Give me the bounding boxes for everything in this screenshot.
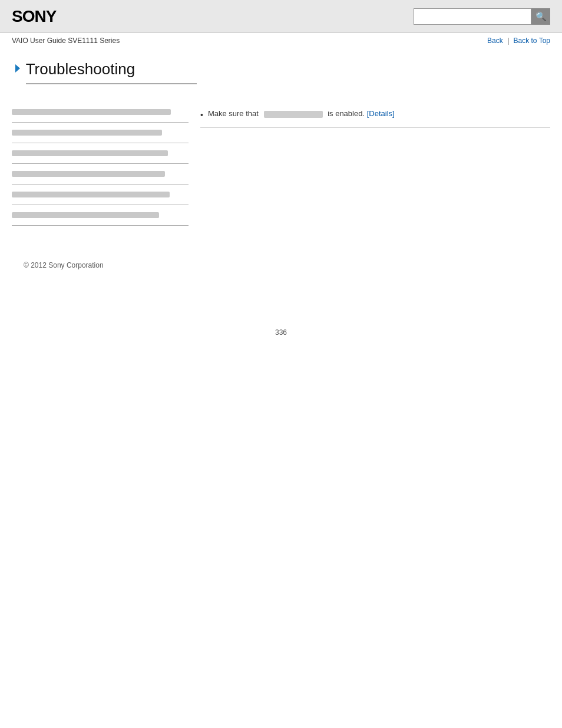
svg-marker-0 [15,64,20,73]
breadcrumb-bar: VAIO User Guide SVE1111 Series Back | Ba… [0,33,562,48]
back-link[interactable]: Back [487,37,503,45]
sidebar-link-6 [12,212,159,218]
sidebar-link-1 [12,109,171,115]
redacted-feature [264,111,323,118]
sidebar-item-4[interactable] [12,164,189,185]
details-link[interactable]: [Details] [367,109,395,118]
sidebar-link-2 [12,130,162,136]
sidebar-item-1[interactable] [12,102,189,123]
sidebar-item-5[interactable] [12,185,189,205]
search-input[interactable] [414,8,531,25]
page-number: 336 [0,328,562,348]
search-button[interactable]: 🔍 [531,8,550,25]
bullet-prefix: Make sure that [208,109,259,118]
sidebar [12,102,189,226]
bullet-suffix: is enabled. [328,109,365,118]
breadcrumb-nav: Back | Back to Top [487,37,550,45]
footer: © 2012 Sony Corporation [12,249,550,281]
page-title: Troubleshooting [26,60,197,84]
expand-icon-area[interactable] [12,62,24,74]
main-content: Troubleshooting [0,48,562,293]
sony-logo: SONY [12,7,56,26]
breadcrumb-guide-title: VAIO User Guide SVE1111 Series [12,37,120,45]
main-area: • Make sure that is enabled. [Details] [200,102,550,226]
page-header: SONY 🔍 [0,0,562,33]
search-icon: 🔍 [535,11,547,22]
bullet-item-1: • Make sure that is enabled. [Details] [200,108,550,121]
sidebar-link-3 [12,150,168,156]
back-to-top-link[interactable]: Back to Top [514,37,550,45]
sidebar-item-6[interactable] [12,205,189,226]
breadcrumb-separator: | [507,37,509,45]
content-layout: • Make sure that is enabled. [Details] [12,102,550,226]
search-area: 🔍 [414,8,550,25]
sidebar-link-5 [12,192,170,197]
bullet-text: Make sure that is enabled. [Details] [208,108,550,120]
sidebar-item-3[interactable] [12,143,189,164]
sidebar-item-2[interactable] [12,123,189,143]
bullet-section: • Make sure that is enabled. [Details] [200,102,550,128]
copyright-text: © 2012 Sony Corporation [24,261,104,269]
sidebar-link-4 [12,171,165,177]
bullet-dot: • [200,109,203,121]
chevron-right-icon [12,62,24,74]
